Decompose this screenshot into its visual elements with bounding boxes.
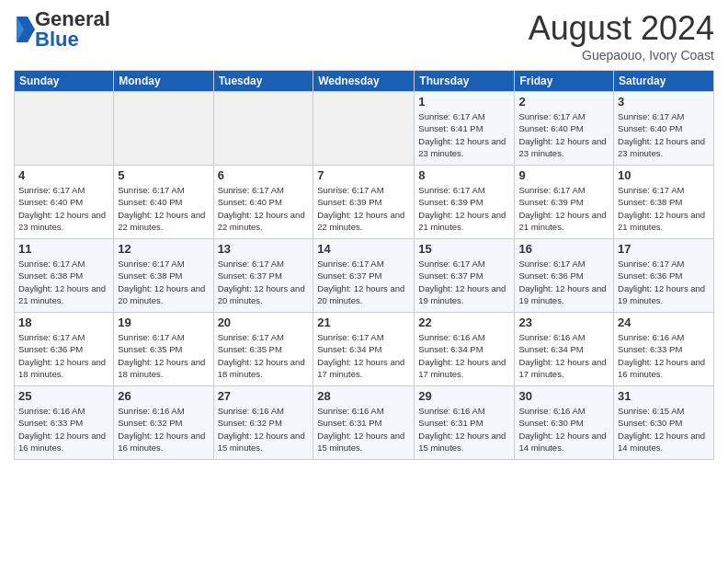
daylight-text: Daylight: 12 hours and 20 minutes. <box>118 282 209 307</box>
sunrise-text: Sunrise: 6:17 AM <box>218 184 310 196</box>
day-info: Sunrise: 6:17 AMSunset: 6:34 PMDaylight:… <box>317 331 410 380</box>
daylight-text: Daylight: 12 hours and 21 minutes. <box>418 209 510 234</box>
day-info: Sunrise: 6:17 AMSunset: 6:39 PMDaylight:… <box>418 184 510 233</box>
day-info: Sunrise: 6:17 AMSunset: 6:38 PMDaylight:… <box>18 258 109 306</box>
table-row: 12Sunrise: 6:17 AMSunset: 6:38 PMDayligh… <box>114 239 213 313</box>
day-info: Sunrise: 6:17 AMSunset: 6:41 PMDaylight:… <box>418 110 510 159</box>
sunset-text: Sunset: 6:35 PM <box>218 343 310 355</box>
day-info: Sunrise: 6:17 AMSunset: 6:37 PMDaylight:… <box>418 258 510 306</box>
table-row: 18Sunrise: 6:17 AMSunset: 6:36 PMDayligh… <box>15 313 114 386</box>
daylight-text: Daylight: 12 hours and 23 minutes. <box>418 135 510 160</box>
day-number: 6 <box>218 168 310 182</box>
day-number: 27 <box>218 389 310 403</box>
day-info: Sunrise: 6:17 AMSunset: 6:40 PMDaylight:… <box>118 184 209 233</box>
day-info: Sunrise: 6:17 AMSunset: 6:39 PMDaylight:… <box>317 184 410 233</box>
sunset-text: Sunset: 6:41 PM <box>418 122 510 134</box>
daylight-text: Daylight: 12 hours and 19 minutes. <box>618 282 710 307</box>
col-friday: Friday <box>515 71 614 92</box>
daylight-text: Daylight: 12 hours and 15 minutes. <box>418 430 510 454</box>
sunset-text: Sunset: 6:37 PM <box>418 270 510 282</box>
table-row: 16Sunrise: 6:17 AMSunset: 6:36 PMDayligh… <box>515 239 614 313</box>
table-row: 21Sunrise: 6:17 AMSunset: 6:34 PMDayligh… <box>313 313 415 386</box>
sunrise-text: Sunrise: 6:17 AM <box>118 184 209 196</box>
day-info: Sunrise: 6:17 AMSunset: 6:35 PMDaylight:… <box>218 331 310 380</box>
sunset-text: Sunset: 6:33 PM <box>18 417 109 429</box>
day-number: 14 <box>317 242 410 256</box>
sunrise-text: Sunrise: 6:17 AM <box>518 110 609 122</box>
sunset-text: Sunset: 6:31 PM <box>418 417 510 429</box>
day-info: Sunrise: 6:17 AMSunset: 6:40 PMDaylight:… <box>518 110 609 159</box>
sunrise-text: Sunrise: 6:16 AM <box>218 405 310 417</box>
daylight-text: Daylight: 12 hours and 23 minutes. <box>18 209 109 234</box>
sunset-text: Sunset: 6:38 PM <box>18 270 109 282</box>
day-number: 8 <box>418 168 510 182</box>
col-saturday: Saturday <box>614 71 714 92</box>
day-info: Sunrise: 6:17 AMSunset: 6:37 PMDaylight:… <box>218 258 310 306</box>
page-title: August 2024 <box>529 9 714 48</box>
week-row-1: 1Sunrise: 6:17 AMSunset: 6:41 PMDaylight… <box>15 92 714 166</box>
table-row: 10Sunrise: 6:17 AMSunset: 6:38 PMDayligh… <box>614 166 714 239</box>
day-info: Sunrise: 6:17 AMSunset: 6:36 PMDaylight:… <box>618 258 710 306</box>
day-number: 3 <box>618 95 710 109</box>
calendar-body: 1Sunrise: 6:17 AMSunset: 6:41 PMDaylight… <box>15 92 714 460</box>
table-row: 28Sunrise: 6:16 AMSunset: 6:31 PMDayligh… <box>313 386 415 460</box>
daylight-text: Daylight: 12 hours and 19 minutes. <box>418 282 510 307</box>
sunrise-text: Sunrise: 6:16 AM <box>518 405 609 417</box>
day-number: 4 <box>18 168 109 182</box>
daylight-text: Daylight: 12 hours and 16 minutes. <box>618 356 710 381</box>
sunrise-text: Sunrise: 6:17 AM <box>418 258 510 270</box>
daylight-text: Daylight: 12 hours and 22 minutes. <box>118 209 209 234</box>
day-info: Sunrise: 6:16 AMSunset: 6:30 PMDaylight:… <box>518 405 609 454</box>
daylight-text: Daylight: 12 hours and 16 minutes. <box>18 430 109 454</box>
sunrise-text: Sunrise: 6:17 AM <box>618 258 710 270</box>
day-number: 29 <box>418 389 510 403</box>
table-row: 15Sunrise: 6:17 AMSunset: 6:37 PMDayligh… <box>415 239 515 313</box>
sunset-text: Sunset: 6:40 PM <box>218 196 310 208</box>
sunrise-text: Sunrise: 6:17 AM <box>618 184 710 196</box>
day-info: Sunrise: 6:17 AMSunset: 6:35 PMDaylight:… <box>118 331 209 380</box>
daylight-text: Daylight: 12 hours and 21 minutes. <box>518 209 609 234</box>
daylight-text: Daylight: 12 hours and 15 minutes. <box>317 430 410 454</box>
daylight-text: Daylight: 12 hours and 23 minutes. <box>618 135 710 160</box>
sunrise-text: Sunrise: 6:17 AM <box>218 258 310 270</box>
table-row: 14Sunrise: 6:17 AMSunset: 6:37 PMDayligh… <box>313 239 415 313</box>
day-info: Sunrise: 6:17 AMSunset: 6:36 PMDaylight:… <box>18 331 109 380</box>
table-row: 29Sunrise: 6:16 AMSunset: 6:31 PMDayligh… <box>415 386 515 460</box>
daylight-text: Daylight: 12 hours and 21 minutes. <box>18 282 109 307</box>
col-tuesday: Tuesday <box>213 71 313 92</box>
table-row <box>114 92 213 166</box>
week-row-5: 25Sunrise: 6:16 AMSunset: 6:33 PMDayligh… <box>15 386 714 460</box>
col-wednesday: Wednesday <box>313 71 415 92</box>
day-info: Sunrise: 6:16 AMSunset: 6:32 PMDaylight:… <box>118 405 209 454</box>
week-row-2: 4Sunrise: 6:17 AMSunset: 6:40 PMDaylight… <box>15 166 714 239</box>
daylight-text: Daylight: 12 hours and 15 minutes. <box>218 430 310 454</box>
day-info: Sunrise: 6:17 AMSunset: 6:40 PMDaylight:… <box>18 184 109 233</box>
sunrise-text: Sunrise: 6:17 AM <box>18 331 109 343</box>
table-row: 13Sunrise: 6:17 AMSunset: 6:37 PMDayligh… <box>213 239 313 313</box>
daylight-text: Daylight: 12 hours and 23 minutes. <box>518 135 609 160</box>
daylight-text: Daylight: 12 hours and 18 minutes. <box>18 356 109 381</box>
day-number: 31 <box>618 389 710 403</box>
sunset-text: Sunset: 6:36 PM <box>518 270 609 282</box>
sunset-text: Sunset: 6:37 PM <box>317 270 410 282</box>
sunset-text: Sunset: 6:35 PM <box>118 343 209 355</box>
table-row <box>313 92 415 166</box>
table-row: 23Sunrise: 6:16 AMSunset: 6:34 PMDayligh… <box>515 313 614 386</box>
header-row: Sunday Monday Tuesday Wednesday Thursday… <box>15 71 714 92</box>
logo-text: General Blue <box>35 9 110 50</box>
sunrise-text: Sunrise: 6:17 AM <box>118 331 209 343</box>
day-number: 16 <box>518 242 609 256</box>
day-number: 30 <box>518 389 609 403</box>
day-number: 17 <box>618 242 710 256</box>
sunrise-text: Sunrise: 6:17 AM <box>18 258 109 270</box>
daylight-text: Daylight: 12 hours and 22 minutes. <box>317 209 410 234</box>
table-row: 24Sunrise: 6:16 AMSunset: 6:33 PMDayligh… <box>614 313 714 386</box>
day-info: Sunrise: 6:16 AMSunset: 6:34 PMDaylight:… <box>418 331 510 380</box>
table-row: 1Sunrise: 6:17 AMSunset: 6:41 PMDaylight… <box>415 92 515 166</box>
daylight-text: Daylight: 12 hours and 14 minutes. <box>618 430 710 454</box>
sunset-text: Sunset: 6:40 PM <box>518 122 609 134</box>
header: General Blue August 2024 Guepaouo, Ivory… <box>14 9 714 63</box>
sunset-text: Sunset: 6:40 PM <box>118 196 209 208</box>
day-number: 26 <box>118 389 209 403</box>
table-row: 11Sunrise: 6:17 AMSunset: 6:38 PMDayligh… <box>15 239 114 313</box>
